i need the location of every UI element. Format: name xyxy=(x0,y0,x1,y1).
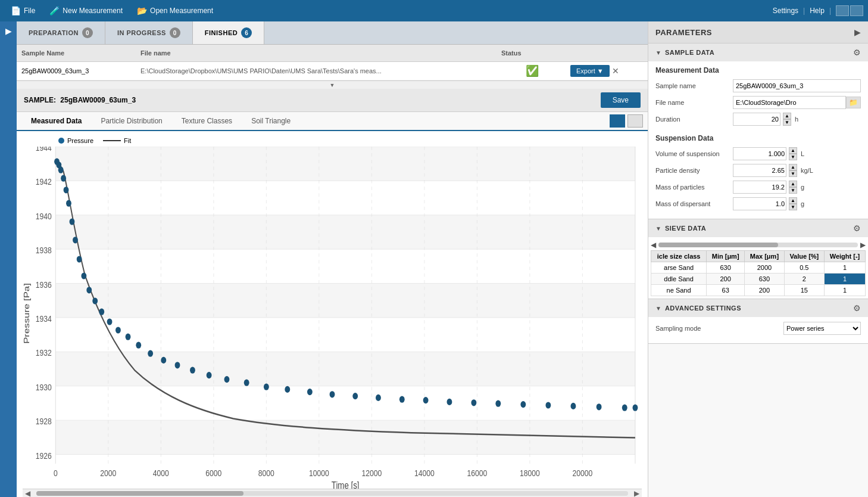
open-measurement-btn[interactable]: 📂 Open Measurement xyxy=(131,4,219,18)
tab-particle-distribution[interactable]: Particle Distribution xyxy=(91,112,171,131)
sample-label: SAMPLE: xyxy=(24,96,56,104)
file-menu[interactable]: 📄 File xyxy=(5,4,41,18)
sieve-class-fine: ne Sand xyxy=(651,285,707,296)
mass-dispersant-down-btn[interactable]: ▼ xyxy=(789,204,797,210)
params-collapse-icon[interactable]: ▶ xyxy=(854,27,861,37)
new-measurement-btn[interactable]: 🧪 New Measurement xyxy=(43,4,129,18)
open-icon: 📂 xyxy=(137,6,147,15)
pressure-dot xyxy=(58,138,64,144)
scrollbar-track[interactable] xyxy=(36,491,628,496)
chart-container: Pressure Fit xyxy=(17,131,648,497)
col-header-status: Status xyxy=(497,47,568,59)
svg-point-78 xyxy=(352,393,358,399)
sieve-weight-coarse: 1 xyxy=(824,262,865,274)
chart-legend: Pressure Fit xyxy=(58,137,642,144)
sample-name-input[interactable] xyxy=(733,79,861,92)
density-input[interactable] xyxy=(733,164,786,177)
sieve-scroll-right[interactable]: ▶ xyxy=(860,241,866,249)
mass-particles-spinners: ▲ ▼ xyxy=(789,181,797,194)
density-up-btn[interactable]: ▲ xyxy=(789,164,797,170)
file-name-input[interactable] xyxy=(733,96,846,109)
view-btn-2[interactable] xyxy=(627,114,643,128)
export-chevron-icon: ▼ xyxy=(597,67,604,74)
sieve-scroll-left[interactable]: ◀ xyxy=(651,241,656,249)
tab-finished-label: FINISHED xyxy=(205,29,238,36)
mass-particles-field-label: Mass of particles xyxy=(655,184,733,191)
svg-text:6000: 6000 xyxy=(205,468,221,479)
sieve-data-header[interactable]: ▼ SIEVE DATA ⚙ xyxy=(648,219,868,237)
volume-spinners: ▲ ▼ xyxy=(789,147,797,160)
mass-particles-input[interactable] xyxy=(733,181,786,194)
mass-dispersant-field-label: Mass of dispersant xyxy=(655,200,733,207)
export-button[interactable]: Export ▼ xyxy=(570,65,610,77)
svg-text:16000: 16000 xyxy=(467,468,488,479)
view-btn-1[interactable] xyxy=(610,114,625,128)
sieve-data-gear-icon[interactable]: ⚙ xyxy=(853,223,861,233)
toggle-btn-1[interactable] xyxy=(836,5,849,16)
sampling-mode-select[interactable]: Power series Linear Logarithmic xyxy=(783,322,861,335)
mass-particles-down-btn[interactable]: ▼ xyxy=(789,187,797,194)
main-layout: ▶ PREPARATION 0 IN PROGRESS 0 FINISHED 6… xyxy=(0,21,868,497)
advanced-settings-section: ▼ ADVANCED SETTINGS ⚙ Sampling mode Powe… xyxy=(648,299,868,344)
density-unit: kg/L xyxy=(801,167,813,174)
volume-input[interactable] xyxy=(733,147,786,160)
svg-point-86 xyxy=(545,402,551,408)
open-measurement-label: Open Measurement xyxy=(150,7,213,15)
volume-down-btn[interactable]: ▼ xyxy=(789,154,797,160)
tab-preparation-badge: 0 xyxy=(82,27,93,38)
volume-unit: L xyxy=(801,150,804,157)
duration-down-btn[interactable]: ▼ xyxy=(783,119,791,126)
svg-text:4000: 4000 xyxy=(153,468,169,479)
row-status: ✅ xyxy=(497,64,568,77)
toggle-btn-2[interactable] xyxy=(850,5,863,16)
duration-input[interactable] xyxy=(733,113,780,126)
duration-field-label: Duration xyxy=(655,116,733,123)
tab-preparation[interactable]: PREPARATION 0 xyxy=(17,21,105,44)
tab-in-progress[interactable]: IN PROGRESS 0 xyxy=(105,21,193,44)
volume-up-btn[interactable]: ▲ xyxy=(789,147,797,154)
sieve-scrollbar-track[interactable] xyxy=(658,243,858,247)
svg-text:1926: 1926 xyxy=(36,450,52,461)
tab-texture-classes[interactable]: Texture Classes xyxy=(172,112,242,131)
content-tabs: Measured Data Particle Distribution Text… xyxy=(17,112,648,131)
duration-up-btn[interactable]: ▲ xyxy=(783,113,791,119)
svg-text:8000: 8000 xyxy=(258,468,274,479)
scroll-left-arrow[interactable]: ◀ xyxy=(23,489,33,498)
file-browse-button[interactable]: 📁 xyxy=(846,97,861,108)
close-row-button[interactable]: ✕ xyxy=(612,66,619,76)
sample-data-gear-icon[interactable]: ⚙ xyxy=(853,48,861,57)
sieve-table: icle size class Min [μm] Max [μm] Value … xyxy=(651,250,866,296)
tab-finished-badge: 6 xyxy=(241,27,252,38)
save-button[interactable]: Save xyxy=(601,92,641,108)
table-scroll-down[interactable]: ▼ xyxy=(17,82,648,88)
svg-point-58 xyxy=(77,256,82,262)
file-name-field-row: File name 📁 xyxy=(655,96,861,109)
left-collapse-btn[interactable]: ▶ xyxy=(0,21,17,497)
table-rows: 25gBAW0009_63um_3 E:\CloudStorage\Dropbo… xyxy=(17,62,648,89)
legend-fit: Fit xyxy=(103,137,131,144)
sieve-class-coarse: arse Sand xyxy=(651,262,707,274)
sample-bar-label: SAMPLE: 25gBAW0009_63um_3 xyxy=(24,96,136,104)
svg-text:1942: 1942 xyxy=(36,176,52,187)
sieve-col-class: icle size class xyxy=(651,251,707,262)
tab-soil-triangle[interactable]: Soil Triangle xyxy=(242,112,300,131)
sample-data-header[interactable]: ▼ SAMPLE DATA ⚙ xyxy=(648,44,868,61)
mass-particles-field-row: Mass of particles ▲ ▼ g xyxy=(655,181,861,194)
tab-finished[interactable]: FINISHED 6 xyxy=(193,21,264,44)
scroll-right-arrow[interactable]: ▶ xyxy=(632,489,642,498)
svg-text:0: 0 xyxy=(54,468,58,479)
advanced-settings-gear-icon[interactable]: ⚙ xyxy=(853,303,861,313)
tab-measured-data[interactable]: Measured Data xyxy=(21,112,91,131)
advanced-settings-header[interactable]: ▼ ADVANCED SETTINGS ⚙ xyxy=(648,299,868,317)
pressure-legend-label: Pressure xyxy=(67,137,93,144)
svg-text:14000: 14000 xyxy=(414,468,435,479)
mass-dispersant-up-btn[interactable]: ▲ xyxy=(789,197,797,204)
density-down-btn[interactable]: ▼ xyxy=(789,170,797,177)
new-measurement-label: New Measurement xyxy=(63,7,123,15)
status-ok-icon: ✅ xyxy=(526,64,539,77)
settings-link[interactable]: Settings xyxy=(773,7,798,15)
help-link[interactable]: Help xyxy=(810,7,825,15)
mass-dispersant-input[interactable] xyxy=(733,197,786,210)
mass-particles-up-btn[interactable]: ▲ xyxy=(789,181,797,187)
scrollbar-thumb xyxy=(36,491,243,496)
